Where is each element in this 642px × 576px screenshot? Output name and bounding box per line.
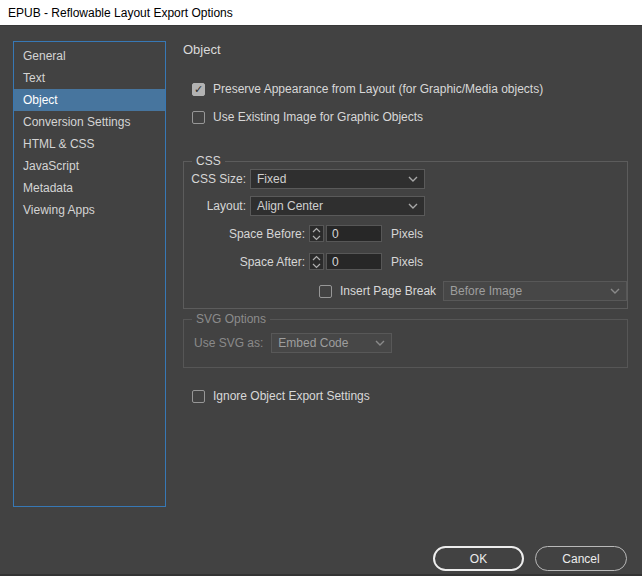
svg-options-group: SVG Options Use SVG as: Embed Code [183,319,628,368]
stepper-up-down-icon [312,255,321,269]
space-before-stepper[interactable] [309,225,324,242]
page-break-position-select: Before Image [443,281,627,301]
chevron-down-icon [375,340,385,346]
preserve-appearance-checkbox[interactable]: ✓ [192,83,205,96]
css-group: CSS CSS Size: Fixed Layout: Align Center… [183,161,628,309]
use-svg-as-value: Embed Code [278,336,348,350]
css-size-row: CSS Size: Fixed [184,169,425,189]
export-options-dialog: General Text Object Conversion Settings … [0,25,642,576]
space-before-unit: Pixels [391,227,423,241]
preserve-appearance-label: Preserve Appearance from Layout (for Gra… [213,82,543,96]
ignore-settings-checkbox[interactable] [192,390,205,403]
chevron-down-icon [408,203,418,209]
page-break-position-value: Before Image [450,284,522,298]
ignore-settings-label: Ignore Object Export Settings [213,389,370,403]
settings-nav: General Text Object Conversion Settings … [13,41,166,507]
css-group-legend: CSS [192,154,225,168]
chevron-down-icon [408,176,418,182]
layout-value: Align Center [257,199,323,213]
ignore-settings-row: Ignore Object Export Settings [192,388,370,404]
cancel-button[interactable]: Cancel [535,546,627,571]
layout-row: Layout: Align Center [184,196,425,216]
window-titlebar: EPUB - Reflowable Layout Export Options [0,0,642,25]
space-after-input[interactable] [326,253,382,270]
chevron-down-icon [610,288,620,294]
ok-button[interactable]: OK [433,546,524,571]
use-existing-image-row: Use Existing Image for Graphic Objects [192,109,423,125]
space-before-label: Space Before: [184,227,305,241]
space-before-input[interactable] [326,225,382,242]
page-title: Object [183,42,221,57]
sidebar-item-html-css[interactable]: HTML & CSS [14,133,165,155]
sidebar-item-viewing-apps[interactable]: Viewing Apps [14,199,165,221]
layout-select[interactable]: Align Center [250,196,425,216]
insert-page-break-checkbox[interactable] [319,285,332,298]
check-icon: ✓ [194,84,203,95]
space-before-row: Space Before: Pixels [184,225,423,242]
use-svg-as-row: Use SVG as: Embed Code [194,333,392,353]
svg-options-legend: SVG Options [192,312,270,326]
css-size-value: Fixed [257,172,286,186]
insert-page-break-row: Insert Page Break Before Image [319,281,627,301]
preserve-appearance-row: ✓ Preserve Appearance from Layout (for G… [192,81,543,97]
space-after-stepper[interactable] [309,253,324,270]
sidebar-item-javascript[interactable]: JavaScript [14,155,165,177]
sidebar-item-text[interactable]: Text [14,67,165,89]
layout-label: Layout: [184,199,246,213]
css-size-select[interactable]: Fixed [250,169,425,189]
window-title: EPUB - Reflowable Layout Export Options [8,6,233,20]
use-existing-image-label: Use Existing Image for Graphic Objects [213,110,423,124]
stepper-up-down-icon [312,227,321,241]
css-size-label: CSS Size: [184,172,246,186]
insert-page-break-label: Insert Page Break [340,284,436,298]
use-svg-as-select: Embed Code [271,333,392,353]
sidebar-item-metadata[interactable]: Metadata [14,177,165,199]
sidebar-item-conversion-settings[interactable]: Conversion Settings [14,111,165,133]
use-existing-image-checkbox[interactable] [192,111,205,124]
space-after-label: Space After: [184,255,305,269]
use-svg-as-label: Use SVG as: [194,336,263,350]
space-after-row: Space After: Pixels [184,253,423,270]
space-after-unit: Pixels [391,255,423,269]
sidebar-item-general[interactable]: General [14,45,165,67]
sidebar-item-object[interactable]: Object [14,89,165,111]
